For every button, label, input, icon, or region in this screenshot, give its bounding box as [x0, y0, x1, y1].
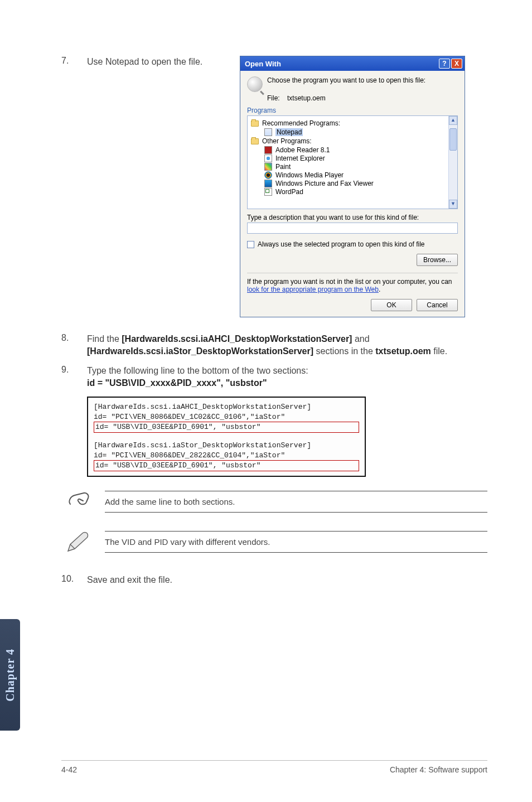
program-label: Paint: [275, 163, 291, 171]
program-fax[interactable]: Windows Picture and Fax Viewer: [264, 180, 446, 187]
code-screenshot: [HardwareIds.scsi.iaAHCI_DesktopWorkstat…: [87, 397, 366, 476]
adobe-icon: [264, 146, 272, 154]
program-label: Windows Media Player: [275, 171, 344, 179]
cancel-button[interactable]: Cancel: [417, 299, 458, 311]
footer-title: Chapter 4: Software support: [390, 765, 487, 774]
program-wordpad[interactable]: WordPad: [264, 188, 446, 196]
magnifier-icon: [247, 76, 263, 92]
step-number: 10.: [61, 574, 87, 584]
page-footer: 4-42 Chapter 4: Software support: [61, 760, 487, 774]
scroll-track[interactable]: [449, 125, 457, 200]
close-button[interactable]: X: [451, 59, 462, 69]
program-wmp[interactable]: Windows Media Player: [264, 171, 446, 179]
file-label: File:: [267, 94, 280, 102]
dialog-title-bar: Open With ? X: [240, 56, 465, 71]
always-checkbox[interactable]: [247, 241, 254, 248]
program-label: Windows Picture and Fax Viewer: [275, 180, 374, 187]
pencil-icon: [61, 527, 95, 557]
folder-icon: [251, 120, 259, 127]
scroll-down-button[interactable]: ▼: [449, 200, 457, 209]
paint-icon: [264, 163, 272, 171]
fax-icon: [264, 180, 272, 187]
scroll-thumb[interactable]: [449, 128, 457, 151]
step-text: Save and exit the file.: [87, 574, 172, 586]
help-button[interactable]: ?: [439, 59, 450, 69]
text: .: [379, 286, 380, 293]
ok-button[interactable]: OK: [371, 299, 412, 311]
scrollbar[interactable]: ▲ ▼: [448, 116, 457, 209]
code-line: id= "PCI\VEN_8086&DEV_1C02&CC_0106","iaS…: [94, 412, 359, 422]
program-list: Recommended Programs: Notepad Other Prog…: [247, 115, 458, 209]
step-text: Find the [HardwareIds.scsi.iaAHCI_Deskto…: [87, 333, 487, 357]
file-name: txtsetup.oem: [287, 94, 326, 102]
always-label: Always use the selected program to open …: [258, 240, 425, 248]
notepad-icon: [264, 128, 272, 136]
program-label: Adobe Reader 8.1: [275, 146, 330, 154]
step-text: Use Notepad to open the file.: [87, 56, 202, 68]
step-number: 8.: [61, 333, 87, 343]
web-lookup-link[interactable]: look for the appropriate program on the …: [247, 286, 379, 293]
step-text: Type the following line to the bottom of…: [87, 365, 308, 389]
group-other: Other Programs:: [251, 137, 446, 145]
program-label: Internet Explorer: [275, 154, 325, 162]
note-block: The VID and PID vary with different vend…: [61, 527, 487, 557]
side-tab-label: Chapter 4: [4, 649, 17, 702]
page-number: 4-42: [61, 765, 77, 774]
wmp-icon: [264, 171, 272, 179]
folder-icon: [251, 138, 259, 144]
ie-icon: [264, 154, 272, 162]
program-label: Notepad: [275, 128, 303, 136]
chapter-side-tab: Chapter 4: [0, 619, 20, 731]
program-notepad[interactable]: Notepad: [264, 128, 446, 136]
step-number: 9.: [61, 365, 87, 375]
code-line-highlight: id= "USB\VID_03EE&PID_6901", "usbstor": [94, 422, 359, 433]
text: If the program you want is not in the li…: [247, 278, 452, 286]
group-label: Other Programs:: [262, 137, 312, 145]
program-adobe[interactable]: Adobe Reader 8.1: [264, 146, 446, 154]
code-line: [HardwareIds.scsi.iaAHCI_DesktopWorkstat…: [94, 402, 359, 412]
description-input[interactable]: [247, 223, 458, 234]
group-label: Recommended Programs:: [262, 119, 340, 127]
open-with-dialog: Open With ? X Choose the program you wan…: [240, 56, 465, 317]
step-number: 7.: [61, 56, 87, 68]
dialog-title: Open With: [245, 60, 438, 68]
web-lookup-text: If the program you want is not in the li…: [247, 278, 458, 293]
description-label: Type a description that you want to use …: [247, 214, 458, 221]
scroll-up-button[interactable]: ▲: [449, 116, 457, 125]
tab-programs[interactable]: Programs: [247, 107, 458, 114]
choose-text: Choose the program you want to use to op…: [267, 76, 425, 84]
wordpad-icon: [264, 188, 272, 196]
program-label: WordPad: [275, 188, 303, 196]
code-line: id= "PCI\VEN_8086&DEV_2822&CC_0104","iaS…: [94, 451, 359, 461]
program-paint[interactable]: Paint: [264, 163, 446, 171]
program-ie[interactable]: Internet Explorer: [264, 154, 446, 162]
note-block: Add the same line to both sections.: [61, 487, 487, 517]
code-line-highlight: id= "USB\VID_03EE&PID_6901", "usbstor": [94, 460, 359, 471]
code-line: [HardwareIds.scsi.iaStor_DesktopWorkstat…: [94, 441, 359, 451]
browse-button[interactable]: Browse...: [417, 254, 458, 266]
paperclip-icon: [61, 487, 95, 517]
group-recommended: Recommended Programs:: [251, 119, 446, 127]
note-text: Add the same line to both sections.: [105, 491, 487, 512]
note-text: The VID and PID vary with different vend…: [105, 532, 487, 552]
file-line: File: txtsetup.oem: [267, 94, 458, 102]
